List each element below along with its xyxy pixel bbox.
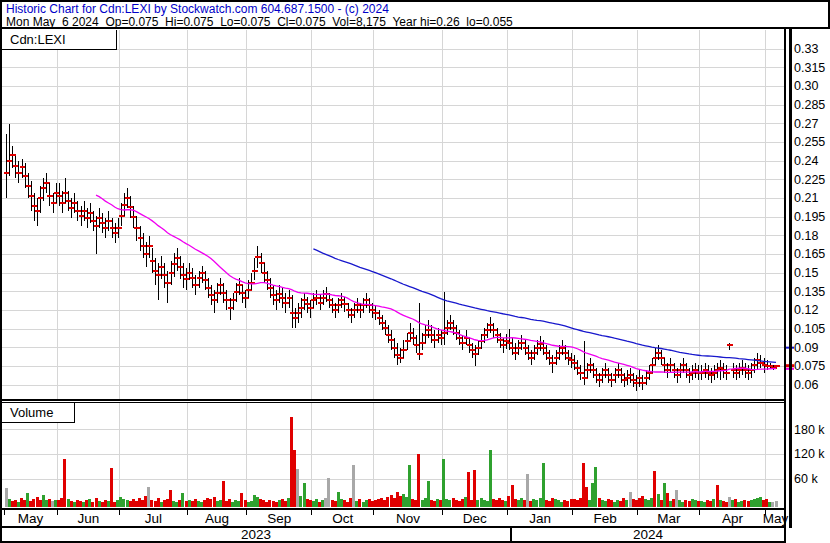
close-tick [203, 279, 209, 281]
close-tick [678, 369, 684, 371]
close-tick [529, 357, 535, 359]
close-tick [32, 205, 38, 207]
close-tick [411, 337, 417, 339]
volume-bar [194, 499, 197, 507]
volume-bar [700, 501, 703, 507]
volume-bar [237, 501, 240, 507]
volume-bar [554, 499, 557, 507]
close-tick [336, 304, 342, 306]
volume-axis-label: 120 k [794, 447, 830, 462]
volume-bar [725, 502, 728, 507]
close-tick [212, 299, 218, 301]
volume-bar [327, 478, 330, 507]
volume-bar [250, 501, 253, 507]
close-tick [656, 352, 662, 354]
volume-bar [759, 497, 762, 507]
month-label-dec: Dec [453, 511, 497, 526]
volume-bar [507, 496, 510, 507]
volume-bar [480, 498, 483, 507]
volume-bar [132, 499, 135, 507]
volume-bar [396, 492, 399, 507]
volume-bar [535, 500, 538, 507]
price-axis-label: 0.225 [794, 173, 830, 188]
volume-bar [203, 500, 206, 507]
volume-bar [570, 499, 573, 507]
close-tick [569, 359, 575, 361]
close-tick [482, 334, 488, 336]
volume-bar [5, 488, 8, 507]
close-tick [442, 332, 448, 334]
close-tick [144, 253, 150, 255]
close-tick [66, 200, 72, 202]
close-tick [237, 284, 243, 286]
volume-bar [337, 492, 340, 507]
volume-bar [191, 501, 194, 507]
volume-bar [669, 501, 672, 507]
volume-bar [253, 495, 256, 507]
close-tick [283, 302, 289, 304]
volume-bar [358, 499, 361, 507]
volume-bar [98, 501, 101, 507]
volume-bar [405, 497, 408, 507]
volume-bar [653, 471, 656, 507]
close-tick [485, 329, 491, 331]
volume-bar [476, 500, 479, 507]
close-tick [259, 262, 265, 264]
volume-bar [765, 499, 768, 507]
close-tick [575, 367, 581, 369]
volume-bar [29, 501, 32, 507]
close-tick [88, 212, 94, 214]
close-tick [51, 202, 57, 204]
volume-bar [529, 501, 532, 507]
close-tick [550, 362, 556, 364]
volume-bar [23, 500, 26, 507]
close-tick [35, 210, 41, 212]
volume-bar [582, 463, 585, 507]
volume-bar [209, 499, 212, 507]
close-tick [125, 197, 131, 199]
volume-bar [303, 483, 306, 507]
close-tick [774, 365, 780, 367]
volume-bar [681, 502, 684, 507]
close-tick [200, 272, 206, 274]
volume-bar [256, 497, 259, 507]
close-tick [60, 202, 66, 204]
close-tick [7, 160, 13, 162]
volume-bar [374, 500, 377, 507]
year-divider [510, 528, 512, 541]
volume-bar [489, 450, 492, 507]
close-tick [346, 309, 352, 311]
volume-bar [222, 481, 225, 507]
close-tick [197, 277, 203, 279]
close-tick [634, 382, 640, 384]
close-tick [625, 377, 631, 379]
volume-bar [54, 500, 57, 507]
volume-bar [331, 500, 334, 507]
close-tick [609, 379, 615, 381]
close-tick [165, 282, 171, 284]
volume-bar [486, 501, 489, 507]
close-tick [63, 192, 69, 194]
close-tick [206, 287, 212, 289]
close-tick [296, 312, 302, 314]
header-bar: Historic Chart for Cdn:LEXI by Stockwatc… [0, 0, 830, 29]
volume-bar [756, 498, 759, 507]
close-tick [566, 357, 572, 359]
volume-bar [368, 499, 371, 507]
close-tick [290, 312, 296, 314]
close-tick [600, 374, 606, 376]
volume-bar [60, 498, 63, 507]
volume-bar [622, 498, 625, 507]
close-tick [491, 329, 497, 331]
volume-bar [573, 499, 576, 507]
close-tick [44, 182, 50, 184]
volume-bar [355, 501, 358, 507]
close-tick [327, 299, 333, 301]
close-tick [26, 185, 32, 187]
volume-bar [566, 501, 569, 507]
close-tick [252, 270, 258, 272]
close-tick [218, 284, 224, 286]
close-tick [392, 347, 398, 349]
close-tick [389, 339, 395, 341]
volume-bar [560, 502, 563, 507]
